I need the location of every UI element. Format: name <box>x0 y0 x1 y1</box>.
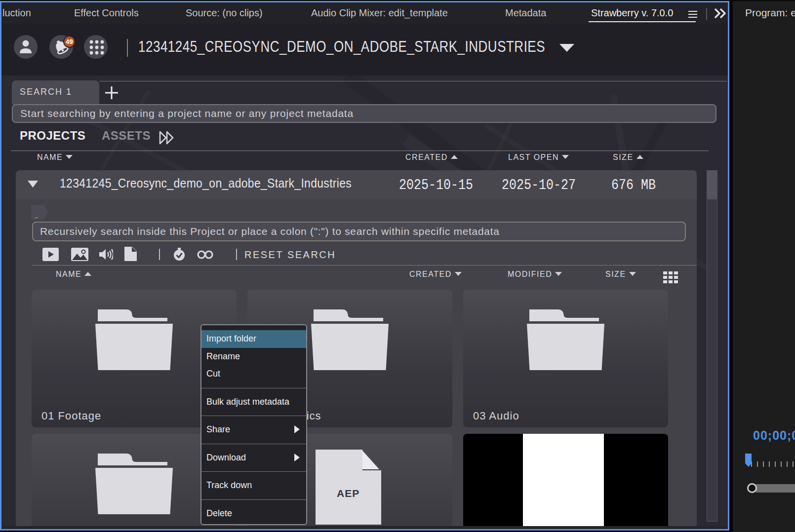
svg-text:..: .. <box>35 212 38 220</box>
svg-text:AEP: AEP <box>337 488 359 499</box>
